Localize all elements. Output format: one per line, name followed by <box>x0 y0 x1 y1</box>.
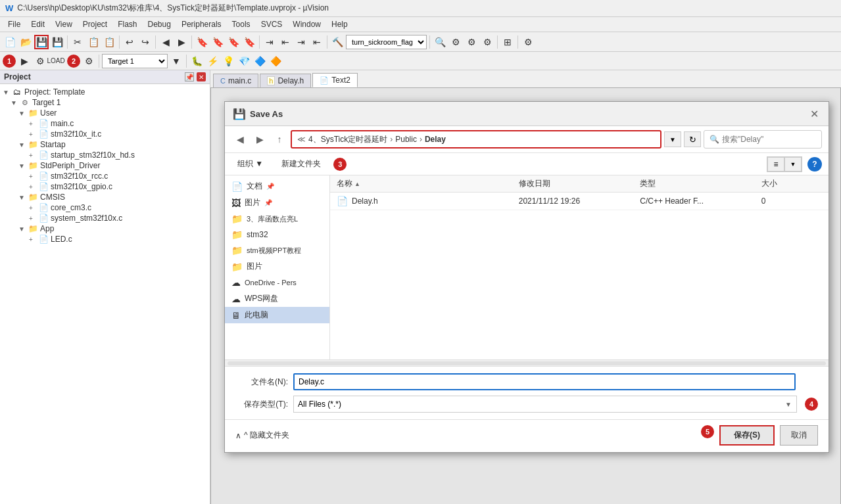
menu-flash[interactable]: Flash <box>112 18 142 30</box>
indent2-btn[interactable]: ⇥ <box>294 35 308 49</box>
col-name[interactable]: 名称 ▲ <box>337 178 519 189</box>
bookmark-btn[interactable]: 🔖 <box>195 35 209 49</box>
outdent-btn[interactable]: ⇤ <box>278 35 293 49</box>
col-type[interactable]: 类型 <box>640 178 761 189</box>
debug6-btn[interactable]: 🔶 <box>268 54 283 68</box>
view-toggle-btn[interactable]: ⊞ <box>500 35 515 49</box>
debug5-btn[interactable]: 🔷 <box>252 54 267 68</box>
target-dropdown-btn[interactable]: ▼ <box>169 54 183 68</box>
nav-back-btn[interactable]: ◀ <box>158 35 173 49</box>
target-options-btn[interactable]: ⚙ <box>33 54 47 68</box>
target-combo[interactable]: Target 1 <box>102 54 168 68</box>
menu-peripherals[interactable]: Peripherals <box>176 18 227 30</box>
help-button[interactable]: ? <box>807 157 822 172</box>
menu-help[interactable]: Help <box>326 18 353 30</box>
sidebar-item-images[interactable]: 📁 图片 <box>225 258 329 275</box>
debug-btn[interactable]: 🐛 <box>189 54 204 68</box>
settings2-btn[interactable]: ⚙ <box>464 35 479 49</box>
search-btn[interactable]: 🔍 <box>433 35 447 49</box>
tree-item-target[interactable]: ▼ ⚙ Target 1 <box>0 97 210 108</box>
new-folder-button[interactable]: 新建文件夹 <box>274 156 328 172</box>
menu-edit[interactable]: Edit <box>26 18 50 30</box>
debug4-btn[interactable]: 💎 <box>237 54 251 68</box>
menu-svcs[interactable]: SVCS <box>256 18 288 30</box>
tab-text2[interactable]: 📄 Text2 <box>312 73 358 87</box>
save-btn[interactable]: 💾 <box>34 35 49 49</box>
run-btn[interactable]: ▶ <box>17 54 32 68</box>
tab-mainc[interactable]: C main.c <box>213 74 258 87</box>
nav-fwd-btn[interactable]: ▶ <box>174 35 189 49</box>
view-dropdown-btn[interactable]: ▼ <box>784 157 802 172</box>
build-btn[interactable]: 🔨 <box>330 35 345 49</box>
redo-btn[interactable]: ↪ <box>138 35 153 49</box>
tree-item-mainc[interactable]: + 📄 main.c <box>0 118 210 129</box>
tree-item-rcc[interactable]: + 📄 stm32f10x_rcc.c <box>0 171 210 181</box>
pin-button[interactable]: 📌 <box>185 72 194 81</box>
open-btn[interactable]: 📂 <box>18 35 33 49</box>
target-options2-btn[interactable]: ⚙ <box>82 54 96 68</box>
debug2-btn[interactable]: ⚡ <box>205 54 220 68</box>
sidebar-item-docs[interactable]: 📄 文档 📌 <box>225 178 329 195</box>
settings1-btn[interactable]: ⚙ <box>448 35 463 49</box>
misc-btn[interactable]: ⚙ <box>521 35 535 49</box>
bookmark3-btn[interactable]: 🔖 <box>226 35 241 49</box>
sidebar-item-onedrive[interactable]: ☁ OneDrive - Pers <box>225 275 329 290</box>
load-btn[interactable]: LOAD <box>49 54 63 68</box>
sidebar-item-pics[interactable]: 🖼 图片 📌 <box>225 195 329 211</box>
dialog-path-dropdown-btn[interactable]: ▼ <box>664 131 681 147</box>
col-size[interactable]: 大小 <box>761 178 822 189</box>
menu-window[interactable]: Window <box>287 18 326 30</box>
save-button[interactable]: 保存(S) <box>719 425 775 446</box>
dialog-back-btn[interactable]: ◀ <box>231 131 249 147</box>
menu-tools[interactable]: Tools <box>227 18 256 30</box>
sidebar-item-wps[interactable]: ☁ WPS网盘 <box>225 290 329 307</box>
copy-btn[interactable]: 📋 <box>86 35 101 49</box>
menu-file[interactable]: File <box>3 18 26 30</box>
sidebar-item-library[interactable]: 📁 3、库函数点亮L <box>225 211 329 227</box>
tree-item-stdperiph[interactable]: ▼ 📁 StdPeriph_Driver <box>0 160 210 171</box>
function-combo[interactable]: turn_sickroom_flag <box>346 35 427 49</box>
tree-item-system[interactable]: + 📄 system_stm32f10x.c <box>0 213 210 223</box>
tree-item-cmsis[interactable]: ▼ 📁 CMSIS <box>0 192 210 202</box>
outdent2-btn[interactable]: ⇤ <box>310 35 324 49</box>
tree-item-gpio[interactable]: + 📄 stm32f10x_gpio.c <box>0 181 210 192</box>
tree-item-startap[interactable]: ▼ 📁 Startap <box>0 139 210 150</box>
tree-item-corecm3[interactable]: + 📄 core_cm3.c <box>0 202 210 213</box>
cancel-button[interactable]: 取消 <box>780 425 818 446</box>
tree-item-project[interactable]: ▼ 🗂 Project: Template <box>0 87 210 97</box>
filename-input[interactable] <box>293 373 796 390</box>
sidebar-item-thispc[interactable]: 🖥 此电脑 <box>225 307 329 323</box>
tree-item-startup[interactable]: + 📄 startup_stm32f10x_hd.s <box>0 150 210 160</box>
cut-btn[interactable]: ✂ <box>70 35 85 49</box>
paste-btn[interactable]: 📋 <box>102 35 116 49</box>
organize-button[interactable]: 组织 ▼ <box>231 156 269 172</box>
save-all-btn[interactable]: 💾 <box>50 35 64 49</box>
file-row-delayh[interactable]: 📄 Delay.h 2021/11/12 19:26 C/C++ Header … <box>330 193 829 210</box>
tree-item-app[interactable]: ▼ 📁 App <box>0 223 210 234</box>
tree-item-stm32it[interactable]: + 📄 stm32f10x_it.c <box>0 129 210 139</box>
col-date[interactable]: 修改日期 <box>519 178 640 189</box>
sidebar-item-stmppt[interactable]: 📁 stm视频PPT教程 <box>225 242 329 258</box>
tab-delayh[interactable]: h Delay.h <box>260 74 311 87</box>
new-btn[interactable]: 📄 <box>3 35 17 49</box>
hide-folders-btn[interactable]: ∧ ^ 隐藏文件夹 <box>235 430 289 441</box>
tree-item-ledc[interactable]: + 📄 LED.c <box>0 234 210 244</box>
menu-project[interactable]: Project <box>78 18 112 30</box>
sidebar-item-stm32[interactable]: 📁 stm32 <box>225 227 329 242</box>
indent-btn[interactable]: ⇥ <box>262 35 277 49</box>
panel-close-button[interactable]: ✕ <box>197 72 206 81</box>
debug3-btn[interactable]: 💡 <box>221 54 235 68</box>
bookmark4-btn[interactable]: 🔖 <box>242 35 256 49</box>
filetype-select[interactable]: All Files (*.*) <box>293 396 797 413</box>
view-list-btn[interactable]: ≡ <box>767 157 784 172</box>
dialog-close-button[interactable]: ✕ <box>807 107 821 120</box>
dialog-refresh-btn[interactable]: ↻ <box>684 131 701 147</box>
bookmark2-btn[interactable]: 🔖 <box>210 35 225 49</box>
undo-btn[interactable]: ↩ <box>122 35 137 49</box>
tree-item-user[interactable]: ▼ 📁 User <box>0 108 210 118</box>
dialog-forward-btn[interactable]: ▶ <box>251 131 268 147</box>
menu-view[interactable]: View <box>50 18 78 30</box>
dialog-up-btn[interactable]: ↑ <box>271 131 288 147</box>
menu-debug[interactable]: Debug <box>143 18 176 30</box>
settings3-btn[interactable]: ⚙ <box>480 35 494 49</box>
